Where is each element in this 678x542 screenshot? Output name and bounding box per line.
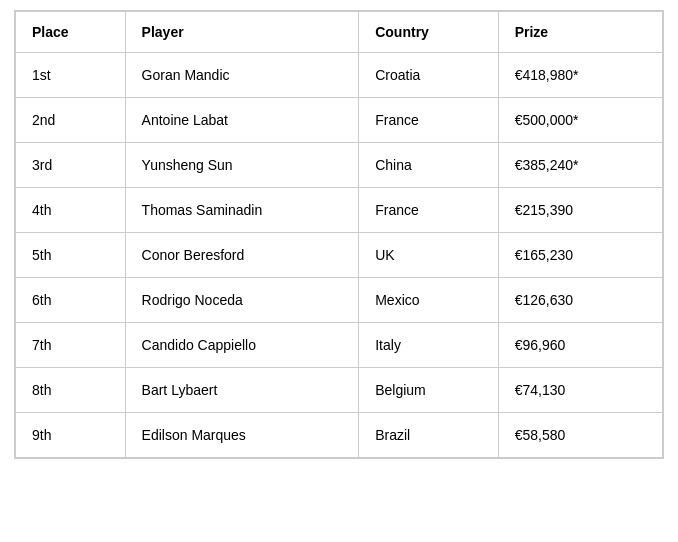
cell-place-2: 2nd (16, 98, 126, 143)
cell-country-9: Brazil (359, 413, 498, 458)
table-row: 7thCandido CappielloItaly€96,960 (16, 323, 663, 368)
table-row: 3rdYunsheng SunChina€385,240* (16, 143, 663, 188)
table-row: 6thRodrigo NocedaMexico€126,630 (16, 278, 663, 323)
cell-place-6: 6th (16, 278, 126, 323)
cell-place-4: 4th (16, 188, 126, 233)
cell-prize-1: €418,980* (498, 53, 662, 98)
cell-country-5: UK (359, 233, 498, 278)
cell-prize-4: €215,390 (498, 188, 662, 233)
cell-country-8: Belgium (359, 368, 498, 413)
table-row: 1stGoran MandicCroatia€418,980* (16, 53, 663, 98)
cell-player-4: Thomas Saminadin (125, 188, 359, 233)
cell-place-3: 3rd (16, 143, 126, 188)
table-row: 4thThomas SaminadinFrance€215,390 (16, 188, 663, 233)
cell-place-8: 8th (16, 368, 126, 413)
cell-country-7: Italy (359, 323, 498, 368)
cell-country-1: Croatia (359, 53, 498, 98)
cell-player-1: Goran Mandic (125, 53, 359, 98)
cell-country-2: France (359, 98, 498, 143)
results-table: Place Player Country Prize 1stGoran Mand… (15, 11, 663, 458)
cell-place-5: 5th (16, 233, 126, 278)
cell-prize-9: €58,580 (498, 413, 662, 458)
cell-player-5: Conor Beresford (125, 233, 359, 278)
table-row: 5thConor BeresfordUK€165,230 (16, 233, 663, 278)
cell-player-3: Yunsheng Sun (125, 143, 359, 188)
cell-player-9: Edilson Marques (125, 413, 359, 458)
header-player: Player (125, 12, 359, 53)
header-country: Country (359, 12, 498, 53)
cell-player-7: Candido Cappiello (125, 323, 359, 368)
table-header-row: Place Player Country Prize (16, 12, 663, 53)
cell-prize-6: €126,630 (498, 278, 662, 323)
header-place: Place (16, 12, 126, 53)
cell-place-9: 9th (16, 413, 126, 458)
cell-country-3: China (359, 143, 498, 188)
header-prize: Prize (498, 12, 662, 53)
cell-country-4: France (359, 188, 498, 233)
table-row: 9thEdilson MarquesBrazil€58,580 (16, 413, 663, 458)
table-body: 1stGoran MandicCroatia€418,980*2ndAntoin… (16, 53, 663, 458)
cell-prize-7: €96,960 (498, 323, 662, 368)
results-table-container: Place Player Country Prize 1stGoran Mand… (14, 10, 664, 459)
cell-player-6: Rodrigo Noceda (125, 278, 359, 323)
cell-player-8: Bart Lybaert (125, 368, 359, 413)
cell-player-2: Antoine Labat (125, 98, 359, 143)
cell-place-1: 1st (16, 53, 126, 98)
table-row: 2ndAntoine LabatFrance€500,000* (16, 98, 663, 143)
table-row: 8thBart LybaertBelgium€74,130 (16, 368, 663, 413)
cell-prize-3: €385,240* (498, 143, 662, 188)
cell-prize-2: €500,000* (498, 98, 662, 143)
cell-place-7: 7th (16, 323, 126, 368)
cell-prize-8: €74,130 (498, 368, 662, 413)
cell-prize-5: €165,230 (498, 233, 662, 278)
cell-country-6: Mexico (359, 278, 498, 323)
